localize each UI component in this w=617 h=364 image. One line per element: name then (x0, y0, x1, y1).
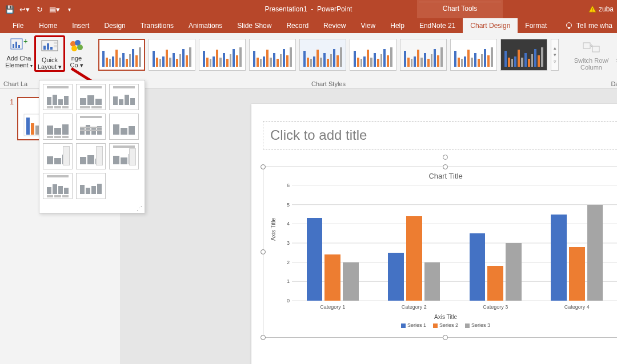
chart-object[interactable]: Chart Title Axis Title 0123456 Category … (263, 167, 617, 338)
svg-text:!: ! (592, 7, 593, 13)
rotate-handle[interactable] (443, 155, 448, 160)
quick-layout-button[interactable]: QuickLayout ▾ (34, 35, 65, 72)
quick-layout-gallery: ⋰ (39, 80, 145, 213)
svg-rect-19 (583, 43, 590, 48)
tab-view[interactable]: View (353, 18, 383, 33)
layout-5[interactable] (76, 114, 106, 140)
tell-me-search[interactable]: Tell me wha (560, 22, 617, 33)
resize-handle[interactable] (261, 249, 266, 254)
svg-rect-5 (13, 44, 14, 48)
styles-more-icon[interactable]: ▿ (551, 59, 558, 64)
group-label-chart-styles: Chart Styles (311, 79, 346, 88)
save-icon[interactable]: 💾 (3, 2, 16, 16)
chart-style-5[interactable] (299, 39, 346, 71)
svg-rect-14 (54, 45, 57, 47)
chart-style-1[interactable] (98, 39, 145, 71)
svg-rect-7 (18, 45, 20, 48)
svg-rect-20 (592, 46, 599, 52)
start-slideshow-icon[interactable]: ▤▾ (48, 2, 61, 16)
svg-rect-13 (54, 42, 57, 44)
y-axis: 0123456 (279, 185, 290, 301)
layout-7[interactable] (43, 143, 73, 169)
resize-handle[interactable] (261, 164, 266, 169)
svg-text:+: + (23, 38, 27, 46)
svg-rect-6 (15, 42, 17, 48)
undo-icon[interactable]: ↩▾ (18, 2, 31, 16)
slide: Click to add title Chart Title Axis Titl… (251, 104, 617, 364)
layout-10[interactable] (43, 173, 73, 199)
chart-style-9[interactable] (500, 39, 547, 71)
tab-review[interactable]: Review (316, 18, 353, 33)
chart-title[interactable]: Chart Title (268, 172, 617, 180)
slide-number: 1 (6, 97, 14, 140)
tab-format[interactable]: Format (518, 18, 554, 33)
svg-point-17 (77, 45, 83, 50)
group-label-data: Data (611, 79, 617, 88)
title-placeholder[interactable]: Click to add title (263, 121, 617, 149)
resize-handle[interactable] (443, 164, 448, 169)
user-name[interactable]: zuba (599, 5, 614, 13)
change-colors-icon (67, 38, 86, 54)
gallery-resize-icon[interactable]: ⋰ (137, 205, 142, 211)
window-title: Presentation1 - PowerPoint (0, 5, 617, 13)
tab-help[interactable]: Help (383, 18, 412, 33)
layout-3[interactable] (109, 84, 139, 110)
lightbulb-icon (565, 22, 573, 30)
svg-rect-30 (26, 118, 30, 135)
tab-transitions[interactable]: Transitions (133, 18, 181, 33)
tab-record[interactable]: Record (279, 18, 316, 33)
x-axis: Category 1Category 2Category 3Category 4 (292, 304, 617, 312)
contextual-tab-title: Chart Tools (417, 0, 503, 18)
tab-design[interactable]: Design (97, 18, 133, 33)
tab-insert[interactable]: Insert (65, 18, 97, 33)
svg-rect-12 (50, 47, 53, 50)
chart-style-6[interactable] (350, 39, 396, 71)
svg-rect-31 (31, 123, 34, 135)
chart-style-2[interactable] (149, 39, 195, 71)
styles-scroll-up-icon[interactable]: ▴ (551, 45, 558, 51)
x-axis-title[interactable]: Axis Title (268, 314, 617, 320)
chart-legend[interactable]: Series 1Series 2Series 3 (268, 322, 617, 330)
warning-icon: ! (588, 5, 596, 13)
svg-point-18 (71, 46, 77, 51)
svg-rect-10 (43, 46, 46, 50)
tab-animations[interactable]: Animations (181, 18, 230, 33)
qat-more-icon[interactable]: ▾ (63, 2, 75, 16)
slide-editor[interactable]: Click to add title Chart Title Axis Titl… (120, 89, 617, 364)
chart-styles-gallery[interactable]: ▴ ▾ ▿ (95, 35, 562, 71)
switch-row-column-icon (582, 40, 600, 56)
svg-rect-11 (47, 43, 49, 50)
group-label-chart-layouts: Chart La (3, 79, 27, 88)
y-axis-title[interactable]: Axis Title (270, 218, 277, 241)
layout-4[interactable] (43, 114, 73, 140)
chart-style-8[interactable] (450, 39, 497, 71)
chart-style-7[interactable] (400, 39, 447, 71)
resize-handle[interactable] (443, 335, 448, 340)
tab-strip: File Home Insert Design Transitions Anim… (0, 18, 617, 33)
add-chart-element-button[interactable]: + Add ChaElement ▾ (3, 35, 34, 72)
tab-endnote[interactable]: EndNote 21 (412, 18, 463, 33)
chart-style-4[interactable] (249, 39, 296, 71)
plot-area[interactable] (292, 185, 617, 301)
tab-home[interactable]: Home (31, 18, 65, 33)
change-colors-button[interactable]: ngeCo ▾ (65, 35, 88, 72)
chart-style-3[interactable] (199, 39, 246, 71)
switch-row-column-button: Switch Row/Column (572, 38, 610, 71)
layout-9[interactable] (109, 143, 139, 169)
resize-handle[interactable] (261, 335, 266, 340)
tab-chart-design[interactable]: Chart Design (463, 18, 518, 33)
redo-icon[interactable]: ↻ (33, 2, 46, 16)
layout-6[interactable] (109, 114, 139, 140)
layout-11[interactable] (76, 173, 106, 199)
layout-8[interactable] (76, 143, 106, 169)
add-chart-element-icon: + (10, 38, 28, 54)
select-data-button[interactable]: SelectData (614, 38, 617, 71)
styles-scroll-down-icon[interactable]: ▾ (551, 52, 558, 58)
quick-layout-icon (41, 39, 59, 55)
layout-1[interactable] (43, 84, 73, 110)
tab-slideshow[interactable]: Slide Show (230, 18, 279, 33)
layout-2[interactable] (76, 84, 106, 110)
tab-file[interactable]: File (5, 18, 31, 33)
title-bar: 💾 ↩▾ ↻ ▤▾ ▾ Presentation1 - PowerPoint C… (0, 0, 617, 18)
